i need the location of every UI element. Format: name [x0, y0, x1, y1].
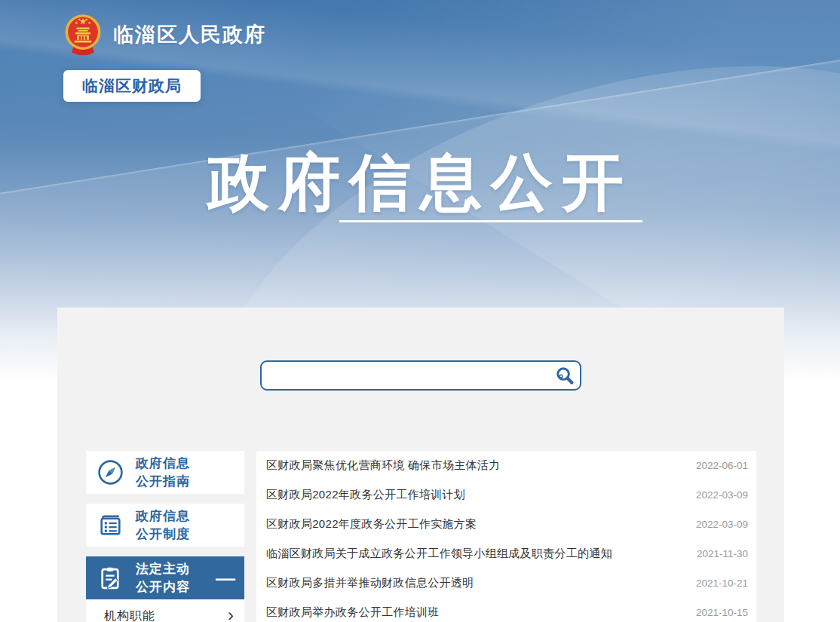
search-button[interactable] — [548, 362, 580, 389]
site-home-link[interactable]: 临淄区人民政府 — [63, 13, 266, 57]
article-title-link[interactable]: 区财政局举办政务公开工作培训班 — [266, 605, 682, 620]
sidebar-item-gov-info-system[interactable]: 政府信息 公开制度 — [86, 504, 244, 547]
title-underline — [339, 220, 642, 222]
article-row[interactable]: 区财政局2022年度政务公开工作实施方案 2022-03-09 — [256, 510, 756, 539]
document-list-icon — [97, 511, 124, 539]
site-name: 临淄区人民政府 — [113, 21, 266, 48]
article-row[interactable]: 区财政局2022年政务公开工作培训计划 2022-03-09 — [256, 480, 756, 510]
article-title-link[interactable]: 区财政局多措并举推动财政信息公开透明 — [266, 576, 682, 590]
sidebar-item-gov-info-guide[interactable]: 政府信息 公开指南 — [86, 451, 244, 494]
article-title-link[interactable]: 临淄区财政局关于成立政务公开工作领导小组组成及职责分工的通知 — [266, 547, 683, 561]
article-row[interactable]: 临淄区财政局关于成立政务公开工作领导小组组成及职责分工的通知 2021-11-3… — [256, 539, 756, 568]
search-bar — [260, 360, 581, 391]
article-row[interactable]: 区财政局多措并举推动财政信息公开透明 2021-10-21 — [256, 568, 756, 598]
national-emblem-icon — [63, 13, 103, 57]
department-badge-button[interactable]: 临淄区财政局 — [63, 70, 201, 102]
article-title-link[interactable]: 区财政局聚焦优化营商环境 确保市场主体活力 — [266, 458, 682, 473]
article-date: 2021-10-21 — [696, 578, 748, 589]
collapse-indicator-icon: — — [216, 571, 235, 586]
magnifier-icon — [554, 366, 575, 386]
article-date: 2021-11-30 — [697, 548, 748, 559]
article-date: 2022-06-01 — [696, 460, 748, 471]
article-date: 2021-10-15 — [696, 607, 748, 618]
page-title: 政府信息公开 — [0, 142, 840, 225]
search-input[interactable] — [262, 362, 548, 389]
article-title-link[interactable]: 区财政局2022年度政务公开工作实施方案 — [266, 517, 682, 532]
article-date: 2022-03-09 — [696, 489, 748, 501]
article-row[interactable]: 区财政局聚焦优化营商环境 确保市场主体活力 2022-06-01 — [256, 451, 756, 480]
sidebar-item-label: 法定主动 公开内容 — [136, 560, 214, 596]
sidebar-item-label: 政府信息 公开制度 — [136, 507, 235, 544]
article-list: 区财政局聚焦优化营商环境 确保市场主体活力 2022-06-01 区财政局202… — [256, 451, 756, 622]
article-title-link[interactable]: 区财政局2022年政务公开工作培训计划 — [266, 488, 682, 502]
sidebar-nav: 政府信息 公开指南 政府信息 公开制度 — [86, 451, 244, 622]
chevron-right-icon: › — [228, 606, 234, 622]
content-card: 政府信息 公开指南 政府信息 公开制度 — [57, 308, 784, 622]
sidebar-item-label: 政府信息 公开指南 — [136, 455, 235, 491]
sidebar-item-statutory-disclosure[interactable]: 法定主动 公开内容 — — [86, 556, 244, 599]
clipboard-pen-icon — [97, 564, 124, 592]
sidebar-subitem-org-functions[interactable]: 机构职能 › — [86, 599, 244, 622]
article-date: 2022-03-09 — [696, 519, 748, 530]
article-row[interactable]: 区财政局举办政务公开工作培训班 2021-10-15 — [256, 598, 756, 622]
compass-icon — [97, 458, 124, 486]
